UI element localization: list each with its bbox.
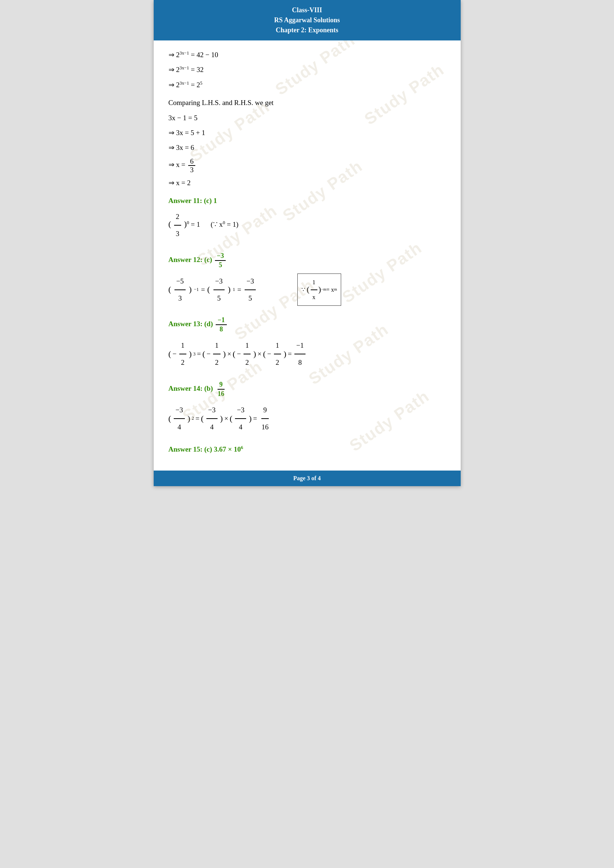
answer-14: Answer 14: (b) 9 16 ( −3 4 )2 = ( −3 4 [169,380,446,435]
math-line-1: ⇒ 23x−1 = 42 − 10 [169,50,446,60]
frac-1-2-d: 1 2 [274,337,281,371]
frac-neg3-4-b: −3 4 [206,402,217,435]
eq-3: ⇒ 3x = 6 [169,142,446,153]
page-number: Page 3 of 4 [293,475,321,481]
header-chapter: Chapter 2: Exponents [157,25,457,35]
header-class: Class-VIII [157,5,457,15]
frac-1-x: 1 x [311,275,317,304]
eq-5: ⇒ x = 2 [169,177,446,189]
frac-neg3-4-c: −3 4 [235,402,246,435]
answer-14-solution: ( −3 4 )2 = ( −3 4 ) × ( −3 4 [169,402,446,435]
answer-11-solution: ( 2 3 )0 = 1 (∵ x0 = 1) [169,209,446,242]
page-header: Class-VIII RS Aggarwal Solutions Chapter… [154,0,460,40]
main-content: Study Path Study Path Study Path Study P… [154,40,460,471]
math-line-3: ⇒ 23x−1 = 25 [169,79,446,91]
answer-13: Answer 13: (d) −1 8 ( − 1 2 )3 = ( − 1 [169,316,446,371]
answer-12-solution: ( −5 3 )−1 = ( −3 5 )1 = −3 5 [169,273,446,307]
answer-11: Answer 11: (c) 1 ( 2 3 )0 = 1 (∵ x0 = 1) [169,197,446,242]
frac-6-3: 6 3 [188,157,195,174]
answer-15: Answer 15: (c) 3.67 × 106 [169,445,446,454]
intro-math: ⇒ 23x−1 = 42 − 10 ⇒ 23x−1 = 32 ⇒ 23x−1 =… [169,50,446,91]
frac-1-2-a: 1 2 [179,337,187,371]
frac-neg5-3: −5 3 [174,273,186,307]
answer-12: Answer 12: (c) −3 5 ( −5 3 )−1 = ( −3 5 [169,252,446,307]
math-line-2: ⇒ 23x−1 = 32 [169,64,446,75]
answer-14-heading: Answer 14: (b) 9 16 [169,380,446,398]
header-book: RS Aggarwal Solutions [157,15,457,25]
comparing-group: Comparing L.H.S. and R.H.S. we get 3x − … [169,97,446,189]
answer-13-frac: −1 8 [216,316,226,333]
frac-1-2-c: 1 2 [243,337,251,371]
answer-13-heading: Answer 13: (d) −1 8 [169,316,446,333]
frac-neg3-5: −3 5 [214,273,225,307]
eq-2: ⇒ 3x = 5 + 1 [169,127,446,138]
frac-2-3: 2 3 [174,209,181,242]
page: Class-VIII RS Aggarwal Solutions Chapter… [154,0,460,486]
eq-1: 3x − 1 = 5 [169,112,446,124]
answer-15-heading: Answer 15: (c) 3.67 × 106 [169,445,446,454]
eq-4: ⇒ x = 6 3 [169,157,446,174]
frac-neg3-4-a: −3 4 [174,402,185,435]
answer-11-heading: Answer 11: (c) 1 [169,197,446,205]
note-12: ∵ ( 1 x )−m = xm [297,273,341,305]
answer-12-frac: −3 5 [215,252,226,270]
frac-result-12: −3 5 [245,273,256,307]
answer-14-frac: 9 16 [216,380,226,398]
answer-13-solution: ( − 1 2 )3 = ( − 1 2 ) × ( − 1 [169,337,446,371]
frac-9-16: 9 16 [259,402,270,435]
comparing-text: Comparing L.H.S. and R.H.S. we get [169,97,446,108]
frac-1-2-b: 1 2 [213,337,220,371]
page-footer: Page 3 of 4 [154,471,460,486]
answer-12-heading: Answer 12: (c) −3 5 [169,252,446,270]
frac-neg1-8: −1 8 [295,337,305,371]
